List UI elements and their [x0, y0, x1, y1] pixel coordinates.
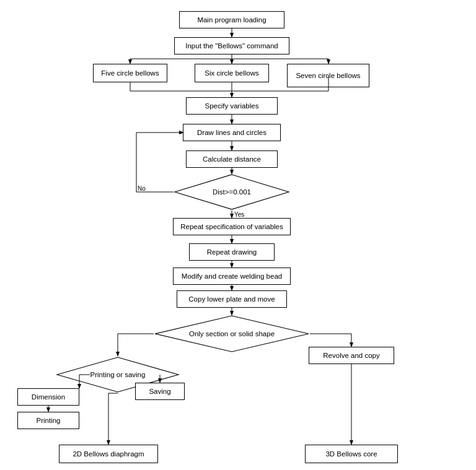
saving-node: Saving: [135, 383, 185, 400]
specify-vars-node: Specify variables: [186, 97, 278, 115]
dist-check-node: Dist>=0.001: [174, 173, 290, 211]
input-bellows-node: Input the "Bellows" command: [174, 37, 289, 54]
flowchart: Main program loading Input the "Bellows"…: [0, 0, 476, 470]
six-circle-node: Six circle bellows: [195, 64, 269, 82]
dimension-node: Dimension: [17, 388, 79, 406]
printing-node: Printing: [17, 412, 79, 429]
revolve-copy-node: Revolve and copy: [309, 347, 394, 364]
repeat-spec-node: Repeat specification of variables: [173, 218, 291, 235]
bellows-3d-node: 3D Bellows core: [305, 445, 398, 463]
bellows-2d-node: 2D Bellows diaphragm: [59, 445, 158, 463]
svg-text:No: No: [138, 185, 146, 192]
modify-weld-node: Modify and create welding bead: [173, 268, 291, 285]
main-program-node: Main program loading: [179, 11, 284, 28]
calc-distance-node: Calculate distance: [186, 150, 278, 168]
section-check-node: Only section or solid shape: [154, 315, 310, 353]
draw-lines-node: Draw lines and circles: [183, 124, 281, 141]
five-circle-node: Five circle bellows: [93, 64, 167, 82]
repeat-draw-node: Repeat drawing: [189, 243, 275, 261]
svg-text:Yes: Yes: [234, 211, 244, 218]
seven-circle-node: Seven circle bellows: [287, 64, 369, 87]
copy-lower-node: Copy lower plate and move: [177, 290, 287, 308]
